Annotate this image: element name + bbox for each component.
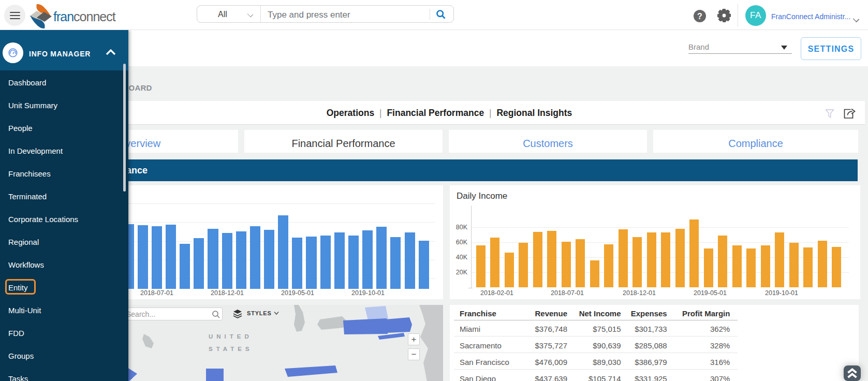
svg-text:?: ? (697, 12, 702, 21)
